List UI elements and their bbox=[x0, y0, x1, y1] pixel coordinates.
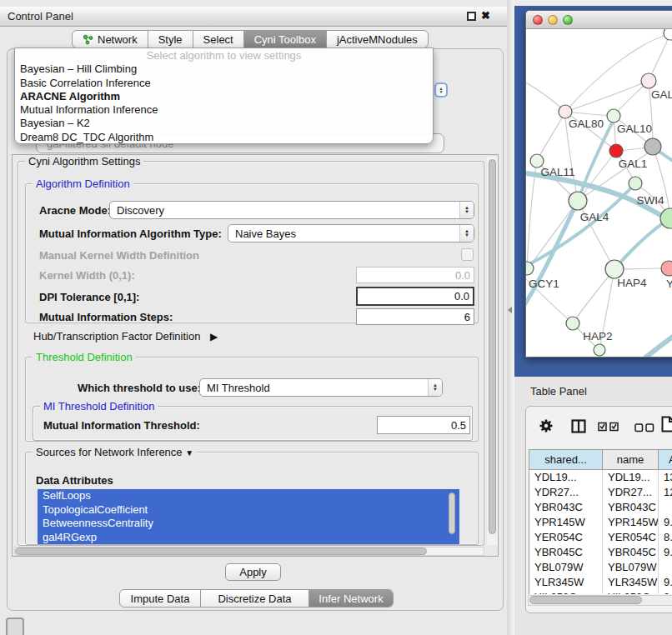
data-attribute-item[interactable]: BetweennessCentrality bbox=[38, 517, 459, 531]
table-cell[interactable]: 8. bbox=[659, 530, 672, 545]
table-cell[interactable]: 9. bbox=[659, 545, 672, 560]
table-row[interactable]: YDL19...YDL19...13 bbox=[529, 470, 672, 485]
dock-mini-button[interactable] bbox=[6, 618, 24, 635]
network-node-gal10[interactable] bbox=[607, 109, 620, 122]
tab-cyni-toolbox[interactable]: Cyni Toolbox bbox=[244, 31, 327, 48]
tab-discretize-data[interactable]: Discretize Data bbox=[201, 590, 309, 607]
table-row[interactable]: YDR27...YDR27...12 bbox=[529, 485, 672, 500]
table-cell[interactable]: YER054C bbox=[529, 530, 603, 545]
split-divider[interactable] bbox=[507, 0, 514, 635]
network-node[interactable] bbox=[644, 138, 661, 155]
network-edge[interactable] bbox=[573, 269, 614, 323]
which-threshold-combo[interactable]: MI Threshold ▲▼ bbox=[199, 378, 443, 397]
table-cell[interactable]: YDL19... bbox=[529, 470, 603, 485]
network-edge[interactable] bbox=[526, 81, 565, 112]
aracne-mode-combo[interactable]: Discovery ▲▼ bbox=[109, 201, 474, 219]
table-cell[interactable]: YIL053C bbox=[529, 590, 603, 594]
network-node[interactable] bbox=[594, 344, 605, 356]
table-cell[interactable]: 9. bbox=[659, 575, 672, 590]
table-row[interactable]: YPR145WYPR145W9. bbox=[529, 515, 672, 530]
table-cell[interactable] bbox=[659, 500, 672, 515]
table-cell[interactable]: YBR045C bbox=[603, 545, 659, 560]
table-row[interactable]: YBR045CYBR045C9. bbox=[529, 545, 672, 560]
mi-type-combo[interactable]: Naive Bayes ▲▼ bbox=[228, 224, 474, 242]
table-cell[interactable] bbox=[659, 560, 672, 575]
list-vscroll-thumb[interactable] bbox=[449, 492, 455, 534]
network-edge[interactable] bbox=[565, 118, 578, 201]
tab-style[interactable]: Style bbox=[148, 31, 193, 48]
data-attribute-item[interactable]: SelfLoops bbox=[38, 489, 459, 503]
table-cell[interactable]: YER054C bbox=[603, 530, 659, 545]
table-cell[interactable]: YDL19... bbox=[603, 470, 659, 485]
manual-kernel-checkbox[interactable] bbox=[461, 248, 474, 261]
network-node-gal[interactable] bbox=[641, 73, 656, 88]
network-edge[interactable] bbox=[528, 201, 578, 269]
minimize-traffic-light[interactable] bbox=[548, 15, 558, 25]
tab-select[interactable]: Select bbox=[193, 31, 244, 48]
algorithm-combo-stepper[interactable]: ▲▼ bbox=[434, 82, 448, 98]
table-row[interactable]: YBR043CYBR043C bbox=[529, 500, 672, 515]
tab-infer-network[interactable]: Infer Network bbox=[309, 590, 393, 607]
unchecked-boxes-icon[interactable] bbox=[634, 422, 654, 435]
network-window-titlebar[interactable] bbox=[526, 11, 672, 29]
network-node-swi4[interactable] bbox=[629, 177, 642, 190]
split-columns-icon[interactable] bbox=[571, 419, 586, 436]
algorithm-option[interactable]: ARACNE Algorithm bbox=[15, 90, 433, 103]
table-row[interactable]: YIL053CYIL053C9 bbox=[529, 590, 672, 594]
table-column-header[interactable]: A bbox=[659, 450, 672, 470]
data-attribute-item[interactable]: TopologicalCoefficient bbox=[38, 503, 459, 518]
close-traffic-light[interactable] bbox=[533, 15, 543, 25]
network-node-gal80[interactable] bbox=[559, 105, 572, 118]
table-row[interactable]: YBL079WYBL079W bbox=[529, 560, 672, 575]
network-edge[interactable] bbox=[526, 201, 578, 308]
table-row[interactable]: YLR345WYLR345W9. bbox=[529, 575, 672, 590]
table-cell[interactable]: YBR043C bbox=[603, 500, 659, 515]
network-canvas[interactable]: GALGAL80GAL10GAL1GAL11SWI4GAL4GCY1HAP4YH… bbox=[526, 29, 672, 358]
network-edge[interactable] bbox=[565, 112, 614, 116]
network-node-gal1[interactable] bbox=[609, 144, 623, 158]
algorithm-option[interactable]: Bayesian – K2 bbox=[15, 117, 433, 130]
table-column-header[interactable]: name bbox=[603, 450, 659, 470]
table-hscroll-thumb[interactable] bbox=[529, 596, 642, 604]
network-node-y[interactable] bbox=[661, 261, 672, 276]
table-row[interactable]: YER054CYER054C8. bbox=[529, 530, 672, 545]
apply-button[interactable]: Apply bbox=[225, 563, 281, 581]
settings-vscroll-thumb[interactable] bbox=[489, 159, 496, 534]
data-attribute-item[interactable]: gal4RGexp bbox=[38, 531, 459, 545]
table-cell[interactable]: YDR27... bbox=[603, 485, 659, 500]
settings-hscroll-thumb[interactable] bbox=[15, 548, 427, 555]
table-cell[interactable]: 9. bbox=[659, 515, 672, 530]
table-cell[interactable]: YDR27... bbox=[529, 485, 603, 500]
table-cell[interactable]: YIL053C bbox=[603, 590, 659, 594]
table-cell[interactable]: 13 bbox=[659, 470, 672, 485]
network-node-gal4[interactable] bbox=[569, 192, 587, 210]
algorithm-option[interactable]: Basic Correlation Inference bbox=[15, 77, 433, 90]
network-node[interactable] bbox=[664, 29, 672, 40]
gear-icon[interactable] bbox=[539, 418, 554, 436]
network-edge[interactable] bbox=[639, 324, 672, 358]
float-window-icon[interactable] bbox=[467, 12, 476, 21]
dpi-tolerance-field[interactable]: 0.0 bbox=[356, 287, 474, 306]
table-cell[interactable]: 9 bbox=[659, 590, 672, 594]
algorithm-option[interactable]: Bayesian – Hill Climbing bbox=[15, 62, 433, 76]
table-cell[interactable]: YBR043C bbox=[529, 500, 603, 515]
mi-steps-field[interactable]: 6 bbox=[356, 308, 474, 325]
page-icon[interactable] bbox=[661, 416, 672, 435]
network-node-hap2[interactable] bbox=[566, 317, 579, 330]
sources-title[interactable]: Sources for Network Inference ▼ bbox=[33, 446, 197, 458]
mi-threshold-field[interactable]: 0.5 bbox=[377, 416, 470, 434]
table-cell[interactable]: 12 bbox=[659, 485, 672, 500]
network-node-hap4[interactable] bbox=[605, 260, 624, 278]
table-cell[interactable]: YPR145W bbox=[603, 515, 659, 530]
hub-tf-definition-toggle[interactable]: Hub/Transcription Factor Definition ▶ bbox=[33, 330, 218, 342]
close-icon[interactable]: ✖ bbox=[481, 9, 490, 22]
table-cell[interactable]: YBL079W bbox=[529, 560, 603, 575]
table-column-header[interactable]: shared... bbox=[529, 450, 603, 470]
algorithm-option[interactable]: Dream8 DC_TDC Algorithm bbox=[15, 131, 433, 144]
network-edge[interactable] bbox=[565, 81, 649, 112]
network-edge[interactable] bbox=[537, 112, 565, 161]
table-cell[interactable]: YLR345W bbox=[529, 575, 603, 590]
table-cell[interactable]: YPR145W bbox=[529, 515, 603, 530]
tab-network[interactable]: Network bbox=[73, 31, 148, 48]
table-cell[interactable]: YBR045C bbox=[529, 545, 603, 560]
